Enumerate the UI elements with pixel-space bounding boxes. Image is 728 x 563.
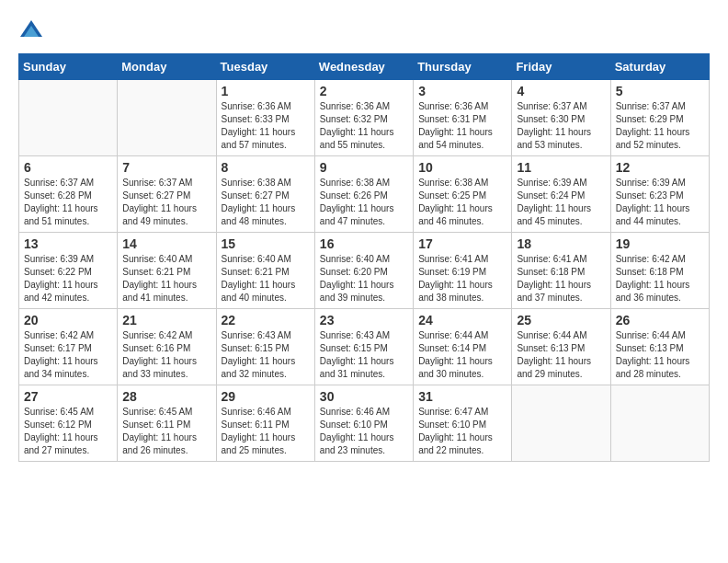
calendar-cell: 21Sunrise: 6:42 AMSunset: 6:16 PMDayligh… (118, 309, 216, 385)
weekday-header: Sunday (19, 54, 118, 80)
day-info: Sunrise: 6:39 AMSunset: 6:23 PMDaylight:… (616, 177, 704, 228)
day-info: Sunrise: 6:36 AMSunset: 6:33 PMDaylight:… (222, 100, 310, 152)
calendar-week-row: 20Sunrise: 6:42 AMSunset: 6:17 PMDayligh… (19, 309, 710, 385)
calendar-week-row: 6Sunrise: 6:37 AMSunset: 6:28 PMDaylight… (19, 156, 710, 233)
day-info: Sunrise: 6:43 AMSunset: 6:15 PMDaylight:… (222, 329, 310, 381)
calendar-cell: 12Sunrise: 6:39 AMSunset: 6:23 PMDayligh… (610, 156, 709, 233)
day-info: Sunrise: 6:40 AMSunset: 6:20 PMDaylight:… (320, 253, 408, 304)
day-number: 12 (616, 160, 704, 175)
weekday-header: Wednesday (314, 54, 413, 80)
calendar-cell: 5Sunrise: 6:37 AMSunset: 6:29 PMDaylight… (610, 80, 709, 156)
day-number: 11 (517, 160, 605, 175)
calendar-cell: 14Sunrise: 6:40 AMSunset: 6:21 PMDayligh… (118, 233, 216, 309)
day-number: 13 (24, 236, 112, 251)
day-info: Sunrise: 6:36 AMSunset: 6:31 PMDaylight:… (418, 100, 506, 152)
day-info: Sunrise: 6:45 AMSunset: 6:12 PMDaylight:… (24, 406, 112, 457)
calendar-cell (19, 80, 118, 156)
calendar-cell: 22Sunrise: 6:43 AMSunset: 6:15 PMDayligh… (216, 309, 314, 385)
calendar-cell: 7Sunrise: 6:37 AMSunset: 6:27 PMDaylight… (118, 156, 216, 233)
calendar-cell: 23Sunrise: 6:43 AMSunset: 6:15 PMDayligh… (314, 309, 413, 385)
calendar-cell: 19Sunrise: 6:42 AMSunset: 6:18 PMDayligh… (610, 233, 709, 309)
page-header (18, 18, 710, 44)
calendar-cell: 3Sunrise: 6:36 AMSunset: 6:31 PMDaylight… (414, 80, 512, 156)
day-number: 27 (24, 389, 112, 404)
calendar-cell: 17Sunrise: 6:41 AMSunset: 6:19 PMDayligh… (414, 233, 512, 309)
logo-icon (18, 18, 44, 44)
calendar-cell: 25Sunrise: 6:44 AMSunset: 6:13 PMDayligh… (512, 309, 610, 385)
calendar-cell: 11Sunrise: 6:39 AMSunset: 6:24 PMDayligh… (512, 156, 610, 233)
day-info: Sunrise: 6:43 AMSunset: 6:15 PMDaylight:… (320, 329, 408, 381)
day-info: Sunrise: 6:42 AMSunset: 6:17 PMDaylight:… (24, 329, 112, 381)
day-number: 29 (222, 389, 310, 404)
day-number: 1 (222, 84, 310, 98)
calendar-week-row: 1Sunrise: 6:36 AMSunset: 6:33 PMDaylight… (19, 80, 710, 156)
weekday-header: Monday (118, 54, 216, 80)
weekday-header: Tuesday (216, 54, 314, 80)
day-number: 28 (122, 389, 210, 404)
day-number: 4 (517, 84, 605, 98)
weekday-header: Thursday (414, 54, 512, 80)
day-number: 3 (418, 84, 506, 98)
day-number: 24 (418, 313, 506, 327)
day-info: Sunrise: 6:45 AMSunset: 6:11 PMDaylight:… (122, 406, 210, 457)
calendar-cell: 8Sunrise: 6:38 AMSunset: 6:27 PMDaylight… (216, 156, 314, 233)
day-number: 20 (24, 313, 112, 327)
day-number: 16 (320, 236, 408, 251)
day-number: 22 (222, 313, 310, 327)
day-info: Sunrise: 6:47 AMSunset: 6:10 PMDaylight:… (418, 406, 506, 457)
calendar-cell: 20Sunrise: 6:42 AMSunset: 6:17 PMDayligh… (19, 309, 118, 385)
calendar-cell: 15Sunrise: 6:40 AMSunset: 6:21 PMDayligh… (216, 233, 314, 309)
day-number: 2 (320, 84, 408, 98)
day-number: 8 (222, 160, 310, 175)
day-number: 5 (616, 84, 704, 98)
day-info: Sunrise: 6:44 AMSunset: 6:13 PMDaylight:… (517, 329, 605, 381)
day-info: Sunrise: 6:37 AMSunset: 6:29 PMDaylight:… (616, 100, 704, 152)
day-number: 25 (517, 313, 605, 327)
day-info: Sunrise: 6:38 AMSunset: 6:27 PMDaylight:… (222, 177, 310, 228)
day-info: Sunrise: 6:37 AMSunset: 6:30 PMDaylight:… (517, 100, 605, 152)
day-number: 30 (320, 389, 408, 404)
weekday-header: Saturday (610, 54, 709, 80)
calendar-cell: 18Sunrise: 6:41 AMSunset: 6:18 PMDayligh… (512, 233, 610, 309)
calendar-cell: 26Sunrise: 6:44 AMSunset: 6:13 PMDayligh… (610, 309, 709, 385)
day-number: 18 (517, 236, 605, 251)
day-info: Sunrise: 6:37 AMSunset: 6:27 PMDaylight:… (122, 177, 210, 228)
logo (18, 18, 48, 44)
calendar-cell: 27Sunrise: 6:45 AMSunset: 6:12 PMDayligh… (19, 385, 118, 462)
day-info: Sunrise: 6:44 AMSunset: 6:14 PMDaylight:… (418, 329, 506, 381)
day-number: 17 (418, 236, 506, 251)
calendar-header-row: SundayMondayTuesdayWednesdayThursdayFrid… (19, 54, 710, 80)
calendar-cell: 24Sunrise: 6:44 AMSunset: 6:14 PMDayligh… (414, 309, 512, 385)
calendar-cell: 1Sunrise: 6:36 AMSunset: 6:33 PMDaylight… (216, 80, 314, 156)
day-info: Sunrise: 6:41 AMSunset: 6:18 PMDaylight:… (517, 253, 605, 304)
calendar-cell: 13Sunrise: 6:39 AMSunset: 6:22 PMDayligh… (19, 233, 118, 309)
day-info: Sunrise: 6:38 AMSunset: 6:26 PMDaylight:… (320, 177, 408, 228)
day-info: Sunrise: 6:44 AMSunset: 6:13 PMDaylight:… (616, 329, 704, 381)
calendar-cell (512, 385, 610, 462)
calendar-week-row: 27Sunrise: 6:45 AMSunset: 6:12 PMDayligh… (19, 385, 710, 462)
day-number: 21 (122, 313, 210, 327)
day-number: 19 (616, 236, 704, 251)
day-info: Sunrise: 6:37 AMSunset: 6:28 PMDaylight:… (24, 177, 112, 228)
day-info: Sunrise: 6:40 AMSunset: 6:21 PMDaylight:… (222, 253, 310, 304)
day-number: 14 (122, 236, 210, 251)
calendar-cell: 16Sunrise: 6:40 AMSunset: 6:20 PMDayligh… (314, 233, 413, 309)
day-number: 9 (320, 160, 408, 175)
day-info: Sunrise: 6:46 AMSunset: 6:10 PMDaylight:… (320, 406, 408, 457)
day-number: 31 (418, 389, 506, 404)
calendar-cell: 9Sunrise: 6:38 AMSunset: 6:26 PMDaylight… (314, 156, 413, 233)
calendar-body: 1Sunrise: 6:36 AMSunset: 6:33 PMDaylight… (19, 80, 710, 462)
calendar-cell: 6Sunrise: 6:37 AMSunset: 6:28 PMDaylight… (19, 156, 118, 233)
day-number: 26 (616, 313, 704, 327)
calendar-cell: 31Sunrise: 6:47 AMSunset: 6:10 PMDayligh… (414, 385, 512, 462)
day-info: Sunrise: 6:40 AMSunset: 6:21 PMDaylight:… (122, 253, 210, 304)
day-number: 10 (418, 160, 506, 175)
calendar-cell: 4Sunrise: 6:37 AMSunset: 6:30 PMDaylight… (512, 80, 610, 156)
day-info: Sunrise: 6:42 AMSunset: 6:18 PMDaylight:… (616, 253, 704, 304)
day-info: Sunrise: 6:39 AMSunset: 6:22 PMDaylight:… (24, 253, 112, 304)
calendar-cell: 28Sunrise: 6:45 AMSunset: 6:11 PMDayligh… (118, 385, 216, 462)
day-info: Sunrise: 6:36 AMSunset: 6:32 PMDaylight:… (320, 100, 408, 152)
day-info: Sunrise: 6:46 AMSunset: 6:11 PMDaylight:… (222, 406, 310, 457)
calendar-cell (610, 385, 709, 462)
day-info: Sunrise: 6:42 AMSunset: 6:16 PMDaylight:… (122, 329, 210, 381)
